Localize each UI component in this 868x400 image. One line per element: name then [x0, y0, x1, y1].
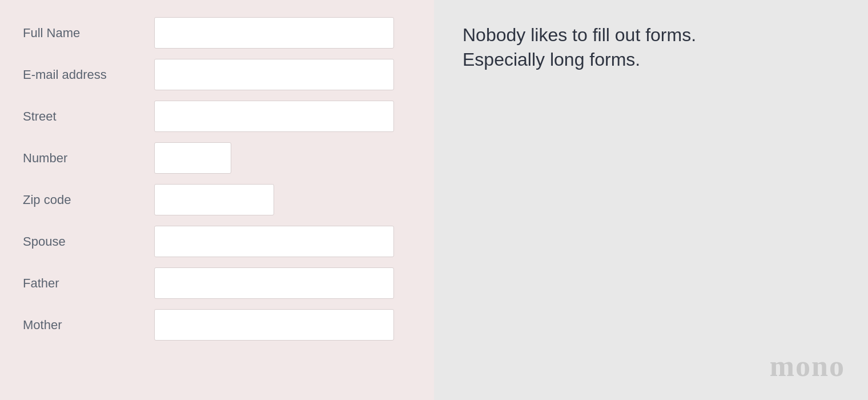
full-name-row: Full Name	[23, 17, 411, 49]
street-row: Street	[23, 101, 411, 132]
number-row: Number	[23, 142, 411, 174]
zip-code-label: Zip code	[23, 193, 154, 207]
tagline: Nobody likes to fill out forms.Especiall…	[463, 23, 839, 72]
mother-input[interactable]	[154, 309, 394, 341]
full-name-label: Full Name	[23, 26, 154, 41]
left-panel: Full Name E-mail address Street Number Z…	[0, 0, 434, 400]
number-input[interactable]	[154, 142, 231, 174]
father-input[interactable]	[154, 267, 394, 299]
spouse-input[interactable]	[154, 226, 394, 257]
father-row: Father	[23, 267, 411, 299]
mother-label: Mother	[23, 318, 154, 333]
father-label: Father	[23, 276, 154, 291]
email-label: E-mail address	[23, 67, 154, 82]
zip-code-row: Zip code	[23, 184, 411, 215]
email-row: E-mail address	[23, 59, 411, 90]
spouse-label: Spouse	[23, 234, 154, 249]
right-panel: Nobody likes to fill out forms.Especiall…	[434, 0, 868, 400]
mono-logo: mono	[770, 349, 845, 383]
mother-row: Mother	[23, 309, 411, 341]
full-name-input[interactable]	[154, 17, 394, 49]
number-label: Number	[23, 151, 154, 166]
street-input[interactable]	[154, 101, 394, 132]
email-input[interactable]	[154, 59, 394, 90]
street-label: Street	[23, 109, 154, 124]
zip-code-input[interactable]	[154, 184, 274, 215]
spouse-row: Spouse	[23, 226, 411, 257]
